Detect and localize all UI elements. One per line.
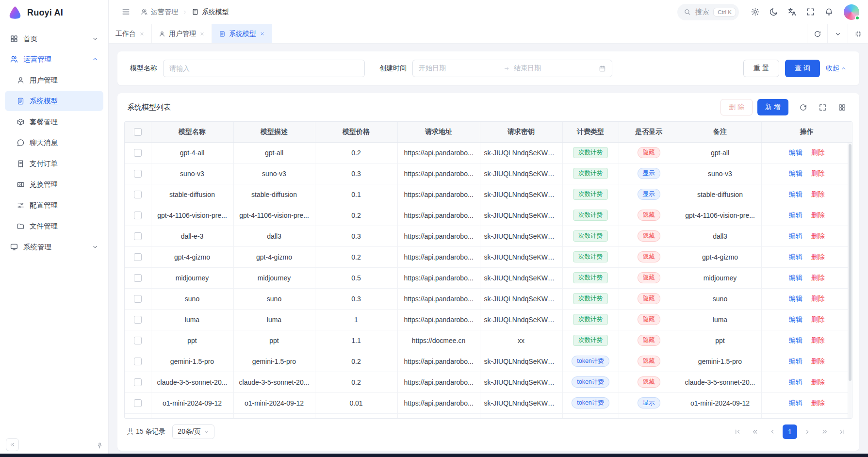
pin-icon[interactable] xyxy=(96,442,103,449)
menu-toggle-button[interactable] xyxy=(117,4,134,20)
row-checkbox[interactable] xyxy=(134,170,142,178)
row-checkbox[interactable] xyxy=(134,191,142,198)
sidebar-item-home[interactable]: 首页 xyxy=(5,29,103,49)
select-all-checkbox[interactable] xyxy=(134,128,142,136)
page-size-select[interactable]: 20条/页 xyxy=(172,424,214,439)
row-checkbox[interactable] xyxy=(134,378,142,386)
model-name-input[interactable] xyxy=(163,60,365,77)
tab-user-manage[interactable]: 用户管理 xyxy=(152,24,212,43)
row-checkbox[interactable] xyxy=(134,337,142,344)
delete-link[interactable]: 删除 xyxy=(811,399,825,407)
delete-link[interactable]: 删除 xyxy=(811,378,825,386)
sidebar-item-chat-message[interactable]: 聊天消息 xyxy=(5,132,103,153)
sidebar-item-redeem-manage[interactable]: 兑换管理 xyxy=(5,174,103,195)
avatar[interactable] xyxy=(844,4,859,20)
chevron-down-button[interactable] xyxy=(827,24,848,43)
breadcrumb-operations[interactable]: 运营管理 xyxy=(141,8,178,16)
sidebar-item-pay-order[interactable]: 支付订单 xyxy=(5,153,103,174)
delete-link[interactable]: 删除 xyxy=(811,190,825,198)
current-page[interactable]: 1 xyxy=(783,424,797,439)
sidebar-item-system-model[interactable]: 系统模型 xyxy=(5,91,103,111)
add-button[interactable]: 新 增 xyxy=(757,99,788,115)
delete-link[interactable]: 删除 xyxy=(811,357,825,365)
edit-link[interactable]: 编辑 xyxy=(789,190,802,198)
app-logo[interactable]: Ruoyi AI xyxy=(0,0,108,25)
tab-system-model[interactable]: 系统模型 xyxy=(212,24,272,43)
batch-delete-button[interactable]: 删 除 xyxy=(721,99,753,115)
start-date-placeholder: 开始日期 xyxy=(419,64,500,73)
row-checkbox[interactable] xyxy=(134,399,142,407)
expand-button[interactable] xyxy=(815,99,830,115)
cell-request-key: sk-JIUQLNndqSeKWU... xyxy=(480,226,562,246)
columns-button[interactable] xyxy=(834,99,850,115)
edit-link[interactable]: 编辑 xyxy=(789,232,802,240)
last-page-button[interactable] xyxy=(835,424,850,439)
sidebar-collapse-button[interactable] xyxy=(6,438,19,451)
fullscreen-button[interactable] xyxy=(802,4,819,20)
sidebar-item-operations[interactable]: 运营管理 xyxy=(5,49,103,69)
close-icon[interactable] xyxy=(260,31,265,36)
edit-link[interactable]: 编辑 xyxy=(789,148,802,156)
delete-link[interactable]: 删除 xyxy=(811,211,825,219)
book-icon xyxy=(16,118,25,126)
row-checkbox[interactable] xyxy=(134,316,142,324)
edit-link[interactable]: 编辑 xyxy=(789,211,802,219)
sidebar-item-system[interactable]: 系统管理 xyxy=(5,237,103,257)
row-checkbox[interactable] xyxy=(134,295,142,303)
column-header: 计费类型 xyxy=(562,122,619,142)
row-checkbox[interactable] xyxy=(134,232,142,240)
delete-link[interactable]: 删除 xyxy=(811,294,825,302)
delete-link[interactable]: 删除 xyxy=(811,232,825,240)
query-button[interactable]: 查 询 xyxy=(785,60,820,77)
row-checkbox[interactable] xyxy=(134,274,142,282)
scrollbar-thumb[interactable] xyxy=(849,144,852,381)
edit-link[interactable]: 编辑 xyxy=(789,336,802,344)
compress-button[interactable] xyxy=(848,24,868,43)
breadcrumb-current[interactable]: 系统模型 xyxy=(192,8,229,16)
reset-button[interactable]: 重 置 xyxy=(743,60,779,77)
row-checkbox[interactable] xyxy=(134,358,142,365)
delete-link[interactable]: 删除 xyxy=(811,169,825,177)
edit-link[interactable]: 编辑 xyxy=(789,253,802,261)
edit-link[interactable]: 编辑 xyxy=(789,294,802,302)
jump-forward-button[interactable] xyxy=(818,424,832,439)
cell-model-desc: o1-mini-2024-09-12 xyxy=(233,392,315,413)
delete-link[interactable]: 删除 xyxy=(811,148,825,156)
edit-link[interactable]: 编辑 xyxy=(789,274,802,281)
close-icon[interactable] xyxy=(199,31,205,36)
sidebar-item-user-manage[interactable]: 用户管理 xyxy=(5,70,103,90)
edit-link[interactable]: 编辑 xyxy=(789,378,802,386)
refresh-button[interactable] xyxy=(795,99,811,115)
table-row: suno-v3 suno-v3 0.3 https://api.pandarob… xyxy=(125,163,852,184)
table-scrollbar[interactable] xyxy=(848,143,852,418)
moon-button[interactable] xyxy=(765,4,782,20)
edit-link[interactable]: 编辑 xyxy=(789,357,802,365)
close-icon[interactable] xyxy=(139,31,145,36)
global-search[interactable]: 搜索 Ctrl K xyxy=(677,4,739,20)
visibility-badge: 隐藏 xyxy=(638,147,660,158)
sidebar-item-config-manage[interactable]: 配置管理 xyxy=(5,195,103,215)
tab-workbench[interactable]: 工作台 xyxy=(109,24,152,43)
next-page-button[interactable] xyxy=(800,424,815,439)
sidebar-item-file-manage[interactable]: 文件管理 xyxy=(5,216,103,236)
jump-back-button[interactable] xyxy=(748,424,762,439)
delete-link[interactable]: 删除 xyxy=(811,274,825,281)
date-range-picker[interactable]: 开始日期 结束日期 xyxy=(412,60,612,77)
delete-link[interactable]: 删除 xyxy=(811,253,825,261)
collapse-filter-link[interactable]: 收起 xyxy=(826,64,847,73)
translate-button[interactable] xyxy=(784,4,800,20)
gear-button[interactable] xyxy=(747,4,763,20)
edit-link[interactable]: 编辑 xyxy=(789,315,802,323)
refresh-button[interactable] xyxy=(807,24,827,43)
delete-link[interactable]: 删除 xyxy=(811,315,825,323)
bell-button[interactable] xyxy=(820,4,837,20)
row-checkbox[interactable] xyxy=(134,253,142,261)
edit-link[interactable]: 编辑 xyxy=(789,169,802,177)
delete-link[interactable]: 删除 xyxy=(811,336,825,344)
prev-page-button[interactable] xyxy=(765,424,780,439)
row-checkbox[interactable] xyxy=(134,149,142,157)
first-page-button[interactable] xyxy=(730,424,745,439)
edit-link[interactable]: 编辑 xyxy=(789,399,802,407)
sidebar-item-package-manage[interactable]: 套餐管理 xyxy=(5,112,103,132)
row-checkbox[interactable] xyxy=(134,212,142,219)
